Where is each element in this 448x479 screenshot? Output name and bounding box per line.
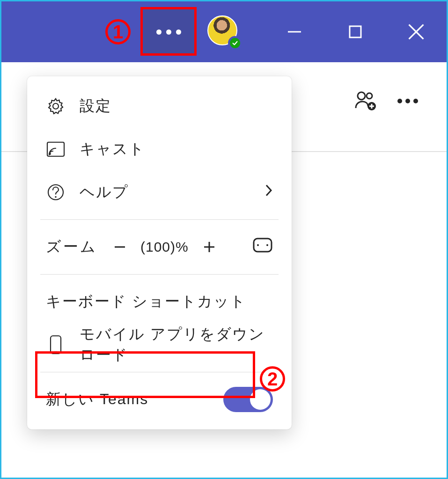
profile-button[interactable] [207, 15, 241, 49]
new-teams-toggle[interactable] [223, 387, 273, 412]
chevron-right-icon [264, 183, 273, 201]
add-people-button[interactable] [354, 90, 378, 113]
menu-item-settings[interactable]: 設定 [27, 85, 292, 128]
titlebar [1, 1, 447, 62]
menu-item-keyboard-shortcuts[interactable]: キーボード ショートカット [27, 280, 292, 323]
gear-icon [46, 97, 66, 116]
fullscreen-button[interactable] [252, 237, 273, 257]
menu-label: キーボード ショートカット [46, 291, 273, 312]
help-icon [46, 183, 66, 202]
window-controls [264, 1, 447, 62]
menu-label: ヘルプ [80, 182, 250, 203]
more-options-button[interactable] [143, 9, 194, 54]
content-area: 設定 キャスト ヘルプ [1, 62, 447, 478]
svg-rect-20 [254, 239, 272, 252]
maximize-button[interactable] [325, 1, 386, 62]
more-button[interactable] [397, 97, 419, 106]
menu-divider [40, 372, 279, 372]
menu-item-zoom: ズーム (100)% [27, 225, 292, 269]
close-button[interactable] [386, 1, 447, 62]
menu-divider [40, 219, 279, 220]
settings-menu: 設定 キャスト ヘルプ [27, 76, 292, 429]
toggle-knob [250, 389, 271, 410]
svg-rect-23 [51, 336, 61, 354]
menu-item-new-teams: 新しい Teams [27, 378, 292, 421]
presence-badge-available [228, 36, 242, 50]
svg-point-16 [55, 196, 57, 198]
menu-item-download-mobile[interactable]: モバイル アプリをダウンロード [27, 323, 292, 366]
menu-label: キャスト [80, 139, 273, 160]
menu-item-cast[interactable]: キャスト [27, 128, 292, 171]
svg-point-11 [413, 99, 418, 103]
ellipsis-icon [156, 29, 181, 35]
svg-point-5 [367, 93, 372, 99]
svg-rect-1 [350, 26, 361, 37]
menu-label: 新しい Teams [46, 389, 223, 410]
svg-point-4 [358, 92, 365, 100]
svg-point-12 [53, 103, 59, 109]
svg-point-21 [257, 244, 259, 246]
svg-point-14 [49, 153, 51, 155]
mobile-icon [46, 334, 66, 355]
menu-label: 設定 [80, 96, 273, 116]
zoom-in-button[interactable] [199, 240, 220, 254]
zoom-value: (100)% [140, 239, 189, 255]
zoom-out-button[interactable] [110, 240, 130, 254]
zoom-label: ズーム [46, 237, 97, 257]
menu-divider [40, 274, 279, 275]
minimize-button[interactable] [264, 1, 325, 62]
menu-label: モバイル アプリをダウンロード [80, 324, 273, 365]
menu-item-help[interactable]: ヘルプ [27, 171, 292, 214]
svg-point-10 [405, 99, 410, 103]
svg-point-9 [397, 99, 402, 103]
cast-icon [46, 141, 66, 158]
svg-point-22 [266, 244, 268, 246]
